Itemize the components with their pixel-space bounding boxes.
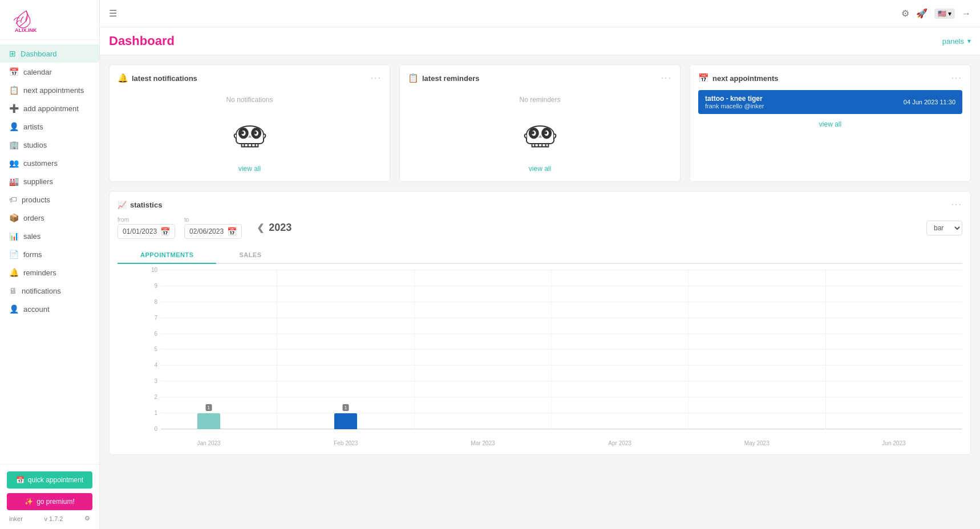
- topbar-left: ☰: [109, 8, 117, 19]
- reminders-card-menu[interactable]: ···: [661, 73, 672, 83]
- tab-sales[interactable]: SALES: [216, 247, 284, 263]
- bar-group-jan: 1: [140, 270, 277, 429]
- x-label-may: May 2023: [689, 440, 825, 446]
- sidebar-item-calendar[interactable]: 📅 calendar: [0, 63, 99, 81]
- top-cards-row: 🔔 latest notifications ··· No notificati…: [109, 64, 971, 182]
- panels-label[interactable]: panels: [942, 37, 964, 46]
- notifications-empty-text: No notifications: [226, 96, 273, 104]
- notifications-icon: 🖥: [9, 286, 17, 295]
- sidebar-item-reminders[interactable]: 🔔 reminders: [0, 263, 99, 282]
- bar-group-may: [688, 270, 825, 429]
- from-calendar-icon[interactable]: 📅: [160, 227, 170, 236]
- rocket-icon[interactable]: 🚀: [916, 8, 928, 19]
- appointments-card-footer: view all: [698, 119, 962, 129]
- premium-icon: ✨: [25, 498, 33, 506]
- settings-icon[interactable]: ⚙: [901, 8, 909, 19]
- x-label-mar: Mar 2023: [414, 440, 551, 446]
- go-premium-label: go premium!: [37, 498, 75, 506]
- tab-appointments[interactable]: APPOINTMENTS: [118, 247, 216, 264]
- page-title-bar: Dashboard panels ▾: [100, 27, 980, 55]
- appointments-card-title: 📅 next appointments: [698, 73, 779, 83]
- sidebar-label-reminders: reminders: [23, 268, 56, 277]
- orders-icon: 📦: [9, 213, 19, 222]
- sidebar-item-add-appointment[interactable]: ➕ add appointment: [0, 99, 99, 117]
- sidebar-label-sales: sales: [23, 232, 41, 241]
- statistics-title: 📈 statistics: [118, 201, 162, 209]
- to-calendar-icon[interactable]: 📅: [227, 227, 237, 236]
- sidebar-item-artists[interactable]: 👤 artists: [0, 117, 99, 136]
- bar-jan-label: 1: [205, 404, 212, 411]
- quick-appointment-button[interactable]: 📅 quick appointment: [7, 471, 92, 489]
- sidebar-item-orders[interactable]: 📦 orders: [0, 209, 99, 227]
- to-date-input[interactable]: 02/06/2023 📅: [184, 224, 242, 239]
- x-label-jun: Jun 2023: [825, 440, 962, 446]
- sidebar-toggle-icon[interactable]: ☰: [109, 8, 117, 19]
- chart-tabs: APPOINTMENTS SALES: [118, 247, 962, 264]
- appointment-subtitle: frank macello @inker: [705, 103, 764, 109]
- notifications-card: 🔔 latest notifications ··· No notificati…: [109, 64, 390, 182]
- sidebar-label-artists: artists: [23, 123, 43, 131]
- forms-icon: 📄: [9, 250, 19, 259]
- to-date-field: to 02/06/2023 📅: [184, 217, 242, 239]
- from-date-value: 01/01/2023: [123, 227, 157, 235]
- appointment-item[interactable]: tattoo - knee tiger frank macello @inker…: [698, 90, 962, 114]
- next-appointments-card: 📅 next appointments ··· tattoo - knee ti…: [690, 64, 971, 182]
- date-filters: from 01/01/2023 📅 to 02/06/2023 📅 ❮ 202: [118, 217, 962, 239]
- reminders-icon: 📋: [408, 73, 419, 83]
- language-selector[interactable]: 🇺🇸 ▾: [934, 9, 955, 19]
- stats-chart-icon: 📈: [118, 201, 127, 209]
- sidebar-label-dashboard: Dashboard: [21, 50, 57, 58]
- panels-chevron-icon[interactable]: ▾: [967, 37, 971, 45]
- logout-icon[interactable]: →: [962, 9, 971, 19]
- appointments-card-menu[interactable]: ···: [951, 73, 962, 83]
- appointments-icon: 📅: [698, 73, 709, 83]
- statistics-title-text: statistics: [130, 201, 162, 209]
- sidebar-label-next-appointments: next appointments: [23, 86, 84, 95]
- sidebar-label-notifications: notifications: [22, 287, 61, 295]
- tab-sales-label: SALES: [239, 251, 261, 258]
- reminders-empty: No reminders: [408, 90, 672, 158]
- version-label: v 1.7.2: [44, 515, 63, 522]
- from-date-input[interactable]: 01/01/2023 📅: [118, 224, 175, 239]
- svg-point-3: [241, 132, 243, 133]
- skull-illustration-2: [517, 109, 563, 155]
- sidebar-item-studios[interactable]: 🏢 studios: [0, 136, 99, 154]
- sidebar-item-products[interactable]: 🏷 products: [0, 190, 99, 209]
- logo-area: ALIX.INK: [0, 0, 99, 40]
- sidebar-item-next-appointments[interactable]: 📋 next appointments: [0, 81, 99, 99]
- reminders-view-all[interactable]: view all: [529, 165, 551, 173]
- x-label-jan: Jan 2023: [140, 440, 277, 446]
- reminders-card: 📋 latest reminders ··· No reminders: [399, 64, 681, 182]
- notifications-card-title: 🔔 latest notifications: [118, 73, 197, 83]
- appointment-title: tattoo - knee tiger: [705, 95, 764, 103]
- account-icon: 👤: [9, 304, 19, 314]
- sidebar-item-customers[interactable]: 👥 customers: [0, 154, 99, 172]
- statistics-card-menu[interactable]: ···: [951, 200, 962, 210]
- notifications-view-all[interactable]: view all: [238, 165, 261, 173]
- sidebar-bottom: 📅 quick appointment ✨ go premium! inker …: [0, 464, 99, 529]
- statistics-card: 📈 statistics ··· from 01/01/2023 📅 to 02: [109, 191, 971, 455]
- year-prev-arrow[interactable]: ❮: [257, 222, 264, 233]
- settings-icon[interactable]: ⚙: [84, 515, 90, 522]
- sidebar-item-forms[interactable]: 📄 forms: [0, 245, 99, 263]
- sidebar-item-sales[interactable]: 📊 sales: [0, 227, 99, 245]
- bar-group-jun: [825, 270, 962, 429]
- topbar-right: ⚙ 🚀 🇺🇸 ▾ →: [901, 8, 971, 19]
- notifications-card-menu[interactable]: ···: [371, 73, 382, 83]
- sidebar-label-customers: customers: [23, 159, 58, 168]
- sidebar-item-dashboard[interactable]: ⊞ Dashboard: [0, 44, 99, 63]
- next-appointments-icon: 📋: [9, 86, 19, 95]
- go-premium-button[interactable]: ✨ go premium!: [7, 493, 92, 510]
- bar-feb-label: 1: [342, 404, 349, 411]
- chart-type-select[interactable]: bar line area: [926, 221, 962, 235]
- dashboard-content: 🔔 latest notifications ··· No notificati…: [100, 55, 980, 529]
- sidebar-item-suppliers[interactable]: 🏭 suppliers: [0, 172, 99, 190]
- appointments-view-all[interactable]: view all: [819, 120, 841, 128]
- sidebar-item-notifications[interactable]: 🖥 notifications: [0, 282, 99, 300]
- notifications-card-footer: view all: [118, 163, 382, 173]
- sidebar-item-account[interactable]: 👤 account: [0, 300, 99, 318]
- chart-area: 10 9 8 7 6: [118, 264, 962, 446]
- page-title: Dashboard: [109, 27, 184, 55]
- from-date-field: from 01/01/2023 📅: [118, 217, 175, 239]
- sidebar-label-orders: orders: [23, 214, 44, 222]
